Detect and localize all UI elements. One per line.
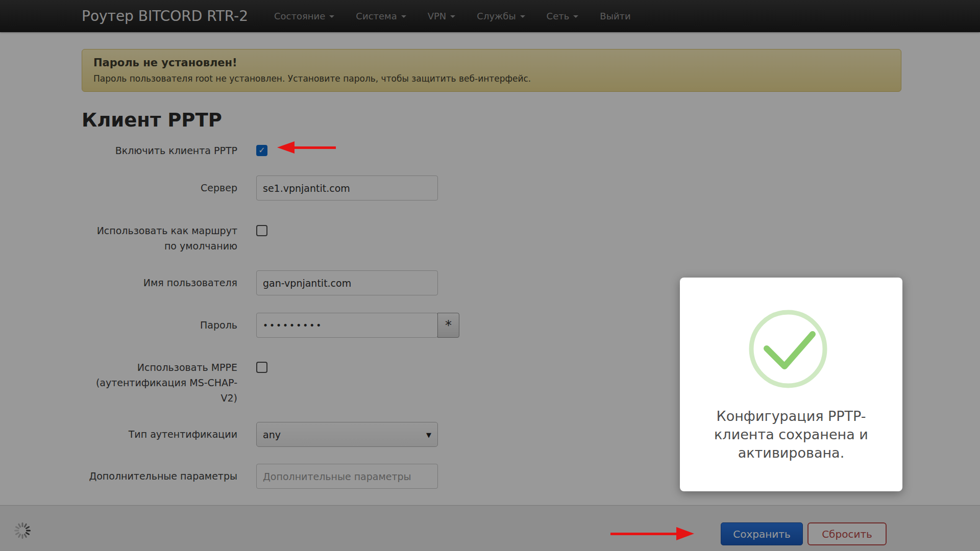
modal-message-line: активирована. — [680, 444, 902, 462]
success-check-icon — [747, 308, 829, 390]
save-success-modal: Конфигурация PPTP- клиента сохранена и а… — [680, 278, 902, 491]
arrow-head-icon — [277, 141, 295, 154]
arrow-head-icon — [676, 527, 694, 540]
arrow-tail — [294, 146, 336, 149]
modal-message-line: клиента сохранена и — [680, 425, 902, 444]
router-admin-page: Роутер BITCORD RTR-2 Состояние Система V… — [0, 0, 980, 551]
annotation-arrow-checkbox — [277, 141, 336, 154]
arrow-tail — [610, 533, 677, 535]
annotation-arrow-save — [610, 527, 695, 540]
modal-message-line: Конфигурация PPTP- — [680, 407, 902, 425]
modal-message: Конфигурация PPTP- клиента сохранена и а… — [680, 407, 902, 462]
